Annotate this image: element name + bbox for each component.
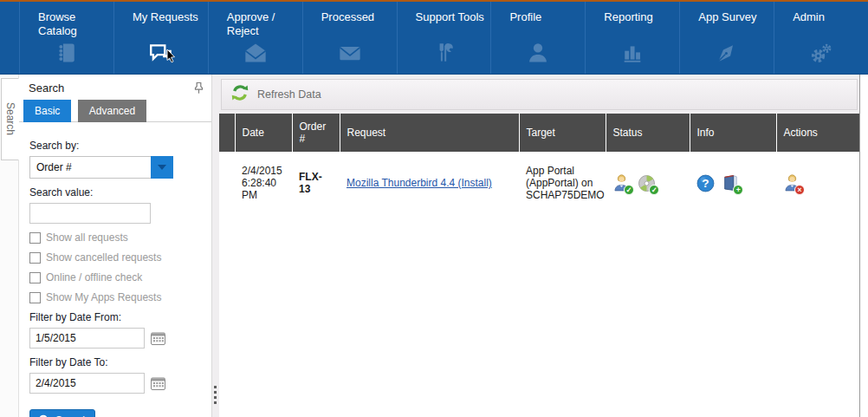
request-link[interactable]: Mozilla Thunderbird 4.4 (Install) xyxy=(347,177,492,189)
date-from-input[interactable] xyxy=(29,328,145,349)
pin-icon[interactable] xyxy=(193,81,204,99)
add-program-icon[interactable]: + xyxy=(722,174,740,192)
search-form: Search by: Order # Search value: Show al… xyxy=(19,122,211,417)
search-by-label: Search by: xyxy=(29,140,201,152)
admin-icon xyxy=(774,41,868,65)
top-navigation: Browse Catalog My Requests Approve / Rej… xyxy=(0,2,868,75)
pane-splitter[interactable] xyxy=(212,75,219,417)
col-target[interactable]: Target xyxy=(519,114,606,152)
support-tools-icon xyxy=(398,41,491,65)
check-badge-icon: ✓ xyxy=(624,185,634,195)
refresh-icon xyxy=(230,82,250,107)
search-tabs: Basic Advanced xyxy=(19,99,211,122)
dock-strip: Search xyxy=(0,75,19,417)
nav-item-my-requests[interactable]: My Requests xyxy=(113,2,208,74)
refresh-data-button[interactable]: Refresh Data xyxy=(221,79,858,110)
checkbox-online-offline-check[interactable]: Online / offline check xyxy=(29,271,201,283)
col-info[interactable]: Info xyxy=(690,114,776,152)
table-row: 2/4/2015 6:28:40 PM FLX-13 Mozilla Thund… xyxy=(219,152,859,214)
search-by-selected-value: Order # xyxy=(29,156,151,179)
svg-text:?: ? xyxy=(702,177,709,190)
col-selector xyxy=(219,114,235,152)
approve-reject-icon xyxy=(209,41,302,65)
checkbox-show-my-apps-requests[interactable]: Show My Apps Requests xyxy=(29,291,201,303)
nav-item-app-survey[interactable]: App Survey xyxy=(679,2,774,74)
col-date[interactable]: Date xyxy=(235,114,292,152)
date-cell: 2/4/2015 6:28:40 PM xyxy=(235,152,292,214)
splitter-grip-icon xyxy=(214,383,217,407)
browse-catalog-icon xyxy=(20,41,113,65)
grid-header-row: Date Order # Request Target Status Info … xyxy=(219,114,859,152)
nav-item-browse-catalog[interactable]: Browse Catalog xyxy=(19,2,113,74)
my-requests-icon xyxy=(114,41,208,65)
chevron-down-icon xyxy=(158,165,166,170)
requests-main-area: Refresh Data Date Order # Request Target… xyxy=(219,75,860,417)
nav-spacer xyxy=(0,2,19,74)
checkbox-icon[interactable] xyxy=(29,292,41,303)
checkbox-icon[interactable] xyxy=(29,272,41,283)
search-value-label: Search value: xyxy=(29,186,201,199)
nav-item-processed[interactable]: Processed xyxy=(302,2,397,74)
col-actions[interactable]: Actions xyxy=(776,114,859,152)
app-survey-icon xyxy=(680,41,774,65)
checkbox-icon[interactable] xyxy=(29,252,41,264)
nav-item-support-tools[interactable]: Support Tools xyxy=(397,2,491,74)
row-selector-cell xyxy=(219,152,235,214)
search-by-dropdown[interactable]: Order # xyxy=(29,156,173,179)
request-cell: Mozilla Thunderbird 4.4 (Install) xyxy=(340,152,519,214)
order-cell: FLX-13 xyxy=(292,152,340,214)
checkbox-show-all-requests[interactable]: Show all requests xyxy=(29,231,201,244)
target-cell: App Portal (AppPortal) on SCHAP75DEMO xyxy=(519,152,606,214)
x-badge-icon: × xyxy=(794,185,805,195)
info-cell: ? + xyxy=(690,152,776,214)
requests-grid: Date Order # Request Target Status Info … xyxy=(219,114,859,417)
date-from-label: Filter by Date From: xyxy=(29,311,201,323)
date-to-input[interactable] xyxy=(29,373,145,394)
nav-item-approve-reject[interactable]: Approve / Reject xyxy=(208,2,302,74)
processed-icon xyxy=(303,41,397,65)
tab-advanced[interactable]: Advanced xyxy=(78,100,146,122)
date-to-label: Filter by Date To: xyxy=(29,356,201,368)
col-request[interactable]: Request xyxy=(340,114,519,152)
search-panel: Search Basic Advanced Search by: Order #… xyxy=(19,75,212,417)
refresh-data-label: Refresh Data xyxy=(257,88,321,101)
tab-basic[interactable]: Basic xyxy=(23,100,71,122)
nav-item-reporting[interactable]: Reporting xyxy=(585,2,679,74)
search-value-input[interactable] xyxy=(29,203,151,224)
plus-badge-icon: + xyxy=(733,185,743,195)
calendar-icon[interactable] xyxy=(151,331,165,345)
search-pane-vertical-tab[interactable]: Search xyxy=(1,78,19,160)
help-icon[interactable]: ? xyxy=(696,174,715,192)
dropdown-arrow-button[interactable] xyxy=(151,156,173,179)
search-panel-header: Search xyxy=(19,75,211,99)
page-body: Search Search Basic Advanced Search by: … xyxy=(0,75,868,417)
search-button[interactable]: Search xyxy=(29,409,95,417)
actions-cell: × xyxy=(776,152,859,214)
nav-item-admin[interactable]: Admin xyxy=(774,2,868,74)
checkbox-icon[interactable] xyxy=(29,232,41,244)
search-panel-title: Search xyxy=(29,81,64,94)
profile-icon xyxy=(491,41,585,65)
mouse-cursor xyxy=(166,48,177,63)
nav-item-profile[interactable]: Profile xyxy=(490,2,585,74)
check-badge-icon: ✓ xyxy=(649,185,659,195)
col-status[interactable]: Status xyxy=(606,114,690,152)
col-order[interactable]: Order # xyxy=(292,114,340,152)
cancel-request-icon[interactable]: × xyxy=(783,174,801,192)
media-installed-icon: ✓ xyxy=(638,174,656,192)
search-icon xyxy=(34,414,49,417)
calendar-icon[interactable] xyxy=(151,376,165,390)
reporting-icon xyxy=(586,41,679,65)
right-gutter xyxy=(860,75,868,417)
user-approved-icon: ✓ xyxy=(612,174,631,192)
status-cell: ✓ ✓ xyxy=(606,152,690,214)
checkbox-show-cancelled-requests[interactable]: Show cancelled requests xyxy=(29,251,201,264)
